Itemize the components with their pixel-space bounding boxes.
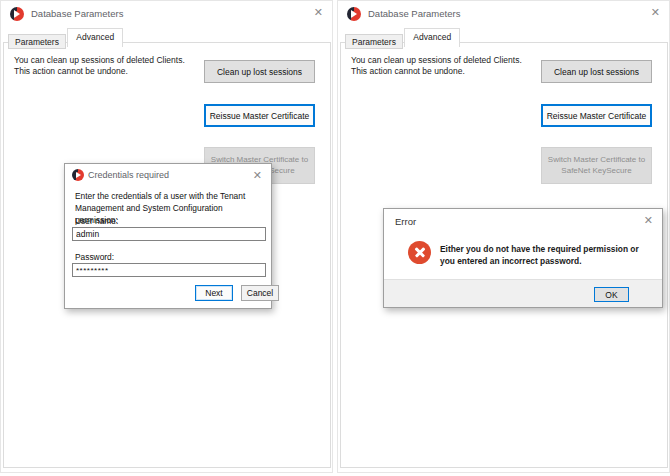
screenshot-stage: Database Parameters ✕ Parameters Advance… — [0, 0, 670, 476]
cleanup-info-text: You can clean up sessions of deleted Cli… — [14, 55, 202, 78]
app-logo-icon — [347, 7, 361, 21]
switch-button-line1: Switch Master Certificate to — [548, 155, 645, 166]
dialog-title: Error — [395, 216, 416, 227]
tabstrip: Parameters Advanced — [345, 28, 459, 47]
error-dialog: Error ✕ Either you do not have the requi… — [383, 208, 663, 308]
dialog-title: Credentials required — [88, 170, 169, 180]
clean-up-lost-sessions-button[interactable]: Clean up lost sessions — [541, 60, 652, 83]
tab-advanced[interactable]: Advanced — [404, 28, 460, 47]
reissue-master-certificate-button[interactable]: Reissue Master Certificate — [204, 104, 315, 127]
error-message: Either you do not have the required perm… — [440, 243, 642, 267]
titlebar: Database Parameters ✕ — [1, 1, 332, 27]
window-title: Database Parameters — [31, 8, 123, 19]
username-label: User name: — [75, 216, 118, 226]
tab-parameters[interactable]: Parameters — [345, 34, 403, 49]
window-title: Database Parameters — [368, 8, 460, 19]
clean-up-lost-sessions-button[interactable]: Clean up lost sessions — [204, 60, 315, 83]
titlebar: Database Parameters ✕ — [338, 1, 669, 27]
cancel-button[interactable]: Cancel — [241, 285, 279, 301]
close-icon[interactable]: ✕ — [253, 169, 262, 181]
ok-button[interactable]: OK — [594, 287, 629, 302]
app-logo-icon — [72, 169, 84, 181]
tab-parameters[interactable]: Parameters — [8, 34, 66, 49]
credentials-required-dialog: Credentials required ✕ Enter the credent… — [64, 163, 272, 309]
username-field[interactable] — [72, 227, 266, 241]
app-logo-icon — [10, 7, 24, 21]
close-icon[interactable]: ✕ — [314, 6, 323, 18]
next-button[interactable]: Next — [195, 285, 233, 301]
error-icon — [408, 241, 431, 264]
password-label: Password: — [75, 252, 114, 262]
close-icon[interactable]: ✕ — [644, 214, 653, 226]
switch-master-certificate-button[interactable]: Switch Master Certificate to SafeNet Key… — [541, 147, 652, 184]
tab-advanced[interactable]: Advanced — [67, 28, 123, 47]
password-field[interactable] — [72, 263, 266, 277]
cleanup-info-text: You can clean up sessions of deleted Cli… — [351, 55, 539, 78]
tabstrip: Parameters Advanced — [8, 28, 122, 47]
close-icon[interactable]: ✕ — [651, 6, 660, 18]
dialog-footer: OK — [384, 279, 662, 307]
switch-button-line2: SafeNet KeySecure — [561, 166, 631, 177]
reissue-master-certificate-button[interactable]: Reissue Master Certificate — [541, 104, 652, 127]
